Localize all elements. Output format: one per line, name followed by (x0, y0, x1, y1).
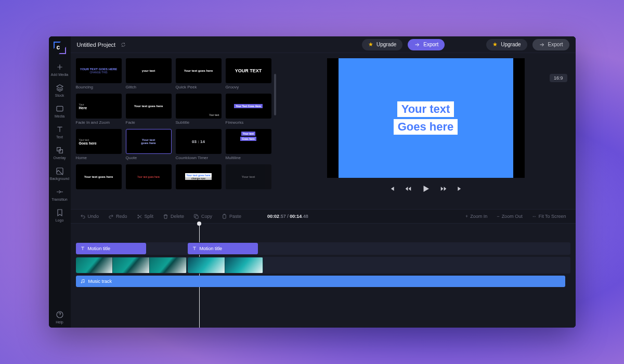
trash-icon (163, 214, 168, 219)
skip-start-icon[interactable] (388, 185, 395, 192)
forward-icon[interactable] (440, 185, 447, 192)
thumb-label: Quote (126, 155, 172, 160)
sidebar-item-background[interactable]: Background (50, 163, 70, 184)
title-preset-thumb[interactable]: YOUR TEXT GOES HERECHANGE THISBouncing (76, 58, 122, 89)
sidebar-item-help[interactable]: Help (50, 307, 70, 328)
sidebar-item-logo[interactable]: Logo (50, 205, 70, 226)
delete-button[interactable]: Delete (159, 212, 188, 222)
redo-button[interactable]: Redo (104, 212, 132, 222)
thumb-label: Subtitle (176, 120, 222, 125)
title-preset-thumb[interactable]: 03 : 14Countdown Timer (176, 129, 222, 160)
sidebar-item-transition[interactable]: Transition (50, 184, 70, 205)
title-preset-thumb[interactable]: Your Text Goes HereFireworks (226, 94, 271, 125)
title-preset-thumb[interactable]: Your text (226, 164, 271, 191)
transition-icon (56, 188, 64, 196)
title-preset-thumb[interactable]: Your text goes hereQuick Peek (176, 58, 222, 89)
main: Untitled Project ★Upgrade Export ★Upgrad… (71, 36, 576, 328)
sidebar-item-label: Stock (55, 94, 64, 97)
title-preset-thumb[interactable]: YOUR TEXTGroovy (226, 58, 271, 89)
app-logo-icon: c (54, 42, 66, 54)
svg-rect-8 (223, 214, 226, 218)
title-preset-thumb[interactable]: Your text goes herechange now (176, 164, 222, 191)
sidebar-item-label: Logo (56, 218, 64, 222)
sidebar-item-media[interactable]: Media (50, 101, 70, 122)
sidebar-item-add-media[interactable]: Add Media (50, 59, 70, 80)
video-track[interactable] (76, 257, 570, 274)
preview-text-line1: Your text (397, 101, 454, 117)
sidebar-item-label: Background (50, 177, 69, 180)
title-preset-thumb[interactable]: Your text goes here (126, 164, 172, 191)
media-icon (56, 105, 64, 113)
thumb-label: Home (76, 155, 122, 160)
export-button[interactable]: Export (408, 39, 445, 50)
music-icon (80, 279, 85, 284)
app-window: c Add Media Stock Media Text Overlay Bac… (49, 36, 576, 328)
star-icon: ★ (492, 41, 498, 48)
arrow-right-icon (539, 42, 545, 48)
title-preset-thumb[interactable]: your textGlitch (126, 58, 172, 89)
title-preset-thumb[interactable]: Your textGoes hereMultiline (226, 129, 271, 160)
thumb-label: Bouncing (76, 85, 122, 89)
play-icon[interactable] (421, 184, 431, 193)
star-icon: ★ (368, 41, 373, 48)
title-preset-thumb[interactable]: Your textgoes hereQuote (126, 129, 172, 160)
sync-icon (121, 42, 126, 47)
help-icon (56, 310, 64, 319)
title-preset-thumb[interactable]: Your textSubtitle (176, 94, 222, 125)
export-button-outer[interactable]: Export (532, 39, 569, 50)
video-clip[interactable] (188, 257, 263, 273)
thumb-label: Fade In and Zoom (76, 120, 122, 125)
fit-to-screen-button[interactable]: ↔Fit To Screen (528, 212, 570, 221)
undo-icon (80, 214, 86, 219)
project-title[interactable]: Untitled Project (77, 42, 116, 48)
topbar: Untitled Project ★Upgrade Export ★Upgrad… (71, 36, 576, 53)
split-button[interactable]: Split (133, 212, 158, 222)
text-icon (56, 125, 64, 134)
timeline-toolbar: Undo Redo Split Delete Copy Paste 00:02.… (71, 209, 576, 224)
thumb-label: Fade (126, 120, 172, 125)
timecode-display: 00:02.57 / 00:14.48 (267, 214, 308, 219)
plus-icon (56, 63, 64, 71)
zoom-out-button[interactable]: −Zoom Out (492, 212, 526, 221)
svg-rect-0 (57, 106, 63, 111)
svg-point-10 (83, 282, 84, 283)
sidebar-item-label: Overlay (53, 156, 66, 160)
video-preview[interactable]: Your text Goes here (327, 58, 525, 178)
title-track[interactable]: Motion title Motion title (76, 242, 570, 255)
sidebar-item-stock[interactable]: Stock (50, 80, 70, 101)
paste-button[interactable]: Paste (217, 212, 245, 222)
title-preset-thumb[interactable]: Your textGoes hereHome (76, 129, 122, 160)
undo-button[interactable]: Undo (76, 212, 103, 222)
copy-button[interactable]: Copy (189, 212, 216, 222)
title-clip[interactable]: Motion title (188, 243, 258, 254)
skip-end-icon[interactable] (457, 185, 464, 192)
audio-track[interactable]: Music track (76, 276, 570, 287)
title-preset-thumb[interactable]: Your text goes hereFade (126, 94, 172, 125)
audio-clip[interactable]: Music track (76, 276, 565, 287)
svg-rect-2 (59, 150, 62, 153)
aspect-ratio-button[interactable]: 16:9 (550, 74, 567, 82)
sidebar-item-label: Text (56, 135, 63, 139)
thumb-label: Countdown Timer (176, 155, 222, 160)
transport-controls (388, 181, 464, 197)
background-icon (56, 167, 64, 175)
overlay-icon (56, 146, 64, 154)
title-preset-thumb[interactable]: YourHereFade In and Zoom (76, 94, 122, 125)
redo-icon (108, 214, 114, 219)
paste-icon (222, 214, 227, 219)
upgrade-button-outer[interactable]: ★Upgrade (486, 39, 527, 50)
copy-icon (193, 214, 199, 219)
zoom-in-button[interactable]: +Zoom In (461, 212, 491, 221)
sidebar-item-text[interactable]: Text (50, 122, 70, 142)
video-clip[interactable] (76, 257, 187, 273)
text-icon (192, 246, 197, 251)
title-preset-thumb[interactable]: Your text goes here (76, 164, 122, 191)
bookmark-icon (56, 209, 64, 217)
timeline[interactable]: Motion title Motion title Music track (71, 224, 576, 328)
sidebar-item-label: Transition (51, 198, 67, 201)
upgrade-button[interactable]: ★Upgrade (362, 39, 402, 50)
thumb-label: Quick Peek (176, 85, 222, 89)
rewind-icon[interactable] (405, 185, 412, 192)
title-clip[interactable]: Motion title (76, 243, 146, 254)
sidebar-item-overlay[interactable]: Overlay (50, 142, 70, 163)
